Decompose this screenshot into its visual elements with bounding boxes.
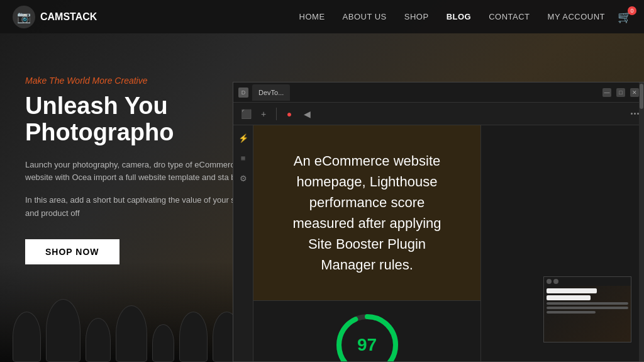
devtools-toolbar: ⬛ + ● ◀ [233, 103, 644, 125]
scrollbar[interactable] [639, 82, 644, 361]
thumb-nav [544, 277, 631, 286]
shop-now-button[interactable]: SHOP NOW [25, 239, 119, 264]
chrome-window-controls: — □ ✕ [602, 88, 639, 97]
lens-4 [116, 305, 147, 362]
hero-subtitle: Make The World More Creative [25, 76, 264, 86]
maximize-button[interactable]: □ [616, 88, 625, 97]
logo-text: CAMSTACK [40, 11, 97, 23]
right-panel [480, 125, 644, 361]
sidebar-settings-icon[interactable]: ⚙ [236, 171, 251, 186]
devtools-overlay: D DevTo... — □ ✕ ⬛ + ● ◀ ⚡ ≡ ⚙ [233, 82, 644, 362]
lens-2 [46, 299, 80, 362]
lighthouse-panel: 97 Performance Values are estimated and … [253, 300, 480, 361]
performance-gauge: 97 Performance [336, 314, 399, 361]
lens-3 [86, 318, 111, 362]
website-thumbnail [543, 276, 631, 342]
nav-account[interactable]: MY ACCOUNT [548, 12, 605, 21]
lens-5 [152, 324, 174, 362]
devtools-sidebar: ⚡ ≡ ⚙ [233, 125, 253, 361]
chrome-tab[interactable]: DevTo... [252, 84, 290, 101]
gauge-circle: 97 [336, 314, 399, 361]
logo-icon: 📷 [13, 6, 35, 28]
nav-shop[interactable]: SHOP [404, 12, 429, 21]
nav-about[interactable]: ABOUT US [343, 12, 387, 21]
thumb-title-line-2 [547, 295, 591, 300]
devtools-chrome-bar: D DevTo... — □ ✕ [233, 82, 644, 103]
thumb-dot-1 [547, 279, 552, 284]
description-overlay: An eCommerce website homepage, Lighthous… [253, 125, 480, 300]
thumb-line-2 [547, 307, 628, 309]
dot-2 [634, 113, 636, 115]
toolbar-back-icon[interactable]: ◀ [299, 106, 314, 122]
thumb-line-3 [547, 311, 596, 314]
three-dot-menu[interactable] [631, 113, 639, 115]
toolbar-separator [276, 108, 277, 120]
cart-icon[interactable]: 🛒 0 [618, 10, 631, 24]
sidebar-network-icon[interactable]: ≡ [236, 150, 251, 166]
toolbar-record-icon[interactable]: ● [282, 106, 297, 122]
scrollbar-thumb [640, 84, 643, 109]
toolbar-elements-icon[interactable]: ⬛ [238, 106, 253, 122]
minimize-button[interactable]: — [602, 88, 611, 97]
toolbar-add-icon[interactable]: + [256, 106, 271, 122]
thumb-line-1 [547, 302, 628, 305]
hero-content: Make The World More Creative Unleash You… [25, 76, 264, 264]
sidebar-lighthouse-icon[interactable]: ⚡ [236, 130, 251, 145]
thumb-title-line [547, 288, 597, 293]
nav-home[interactable]: HOME [299, 12, 325, 21]
description-text: An eCommerce website homepage, Lighthous… [285, 150, 449, 275]
lens-6 [179, 312, 208, 362]
nav-blog[interactable]: BLOG [447, 12, 472, 21]
hero-description-1: Launch your photography, camera, dro typ… [25, 159, 264, 185]
description-panel: An eCommerce website homepage, Lighthous… [253, 125, 480, 361]
close-button[interactable]: ✕ [630, 88, 639, 97]
lens-1 [13, 312, 41, 362]
hero-description-2: In this area, add a short but captivatin… [25, 194, 264, 220]
hero-title: Unleash You Photographo [25, 93, 264, 146]
nav-links: HOME ABOUT US SHOP BLOG CONTACT MY ACCOU… [299, 12, 605, 21]
cart-badge: 0 [628, 6, 636, 15]
gauge-score: 97 [357, 335, 377, 355]
dot-1 [631, 113, 633, 115]
navigation-bar: 📷 CAMSTACK HOME ABOUT US SHOP BLOG CONTA… [0, 0, 644, 33]
devtools-content: ⚡ ≡ ⚙ An eCommerce website homepage, Lig… [233, 125, 644, 361]
thumb-content [544, 286, 631, 342]
nav-contact[interactable]: CONTACT [489, 12, 530, 21]
thumb-dot-2 [553, 279, 558, 284]
site-logo: 📷 CAMSTACK [13, 6, 97, 28]
chrome-favicon: D [238, 88, 248, 98]
